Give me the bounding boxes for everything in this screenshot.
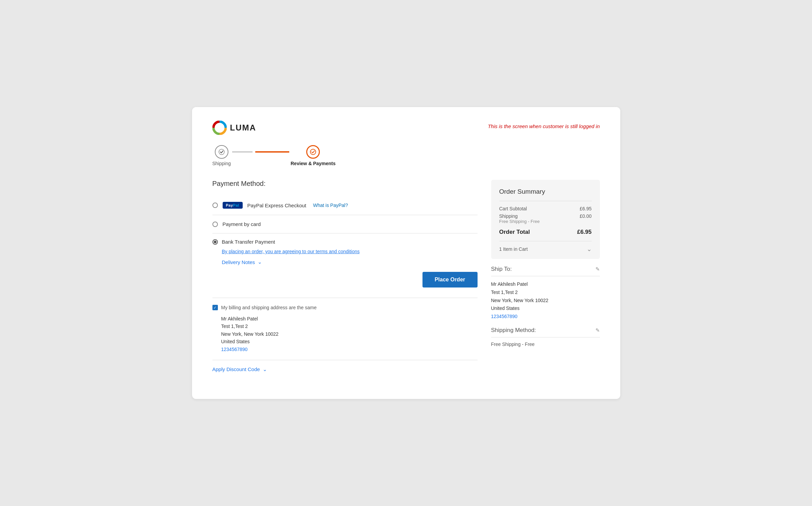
progress-line-right	[255, 151, 289, 153]
ship-to-name: Mr Akhilesh Patel	[491, 280, 600, 289]
ship-to-edit-icon[interactable]: ✎	[595, 266, 600, 272]
svg-point-2	[310, 149, 316, 155]
shipping-sub: Free Shipping - Free	[499, 219, 540, 224]
paypal-logo: PayPal	[223, 202, 243, 209]
cart-subtotal-label: Cart Subtotal	[499, 206, 527, 211]
cart-items-row[interactable]: 1 Item in Cart ⌄	[499, 241, 592, 253]
shipping-method-divider	[491, 337, 600, 337]
svg-point-1	[219, 149, 224, 155]
ship-to-title: Ship To:	[491, 266, 512, 273]
shipping-row: Shipping Free Shipping - Free £0.00	[499, 213, 592, 224]
terms-link[interactable]: By placing an order, you are agreeing to…	[222, 249, 478, 254]
delivery-notes-chevron: ⌄	[258, 259, 262, 265]
place-order-button[interactable]: Place Order	[422, 272, 478, 287]
radio-bank[interactable]	[212, 239, 218, 245]
billing-address-block: Mr Akhilesh Patel Test 1,Test 2 New York…	[221, 315, 478, 353]
shipping-method-section: Shipping Method: ✎ Free Shipping - Free	[491, 321, 600, 347]
cart-subtotal-value: £6.95	[580, 206, 591, 211]
ship-to-header: Ship To: ✎	[491, 266, 600, 273]
discount-chevron: ⌄	[263, 366, 267, 372]
step-review-circle	[306, 145, 320, 159]
ship-to-section: Ship To: ✎ Mr Akhilesh Patel Test 1,Test…	[491, 259, 600, 321]
shipping-method-title: Shipping Method:	[491, 327, 536, 334]
summary-divider-1	[499, 201, 592, 201]
discount-toggle[interactable]: Apply Discount Code ⌄	[212, 366, 478, 372]
place-order-row: Place Order	[212, 272, 478, 287]
check-icon	[219, 149, 225, 155]
order-total-row: Order Total £6.95	[499, 229, 592, 235]
luma-logo-icon	[212, 121, 227, 135]
billing-name: Mr Akhilesh Patel	[221, 315, 478, 322]
card-label: Payment by card	[223, 221, 261, 227]
ship-to-address: Mr Akhilesh Patel Test 1,Test 2 New York…	[491, 280, 600, 321]
billing-phone: 1234567890	[221, 346, 478, 353]
right-panel: Order Summary Cart Subtotal £6.95 Shippi…	[491, 180, 600, 347]
bank-label: Bank Transfer Payment	[222, 239, 275, 245]
logo-text: LUMA	[230, 123, 256, 133]
payment-option-paypal[interactable]: PayPal PayPal Express Checkout What is P…	[212, 196, 478, 215]
shipping-value: £0.00	[580, 213, 591, 224]
step-review: Review & Payments	[291, 145, 335, 166]
what-is-paypal-link[interactable]: What is PayPal?	[313, 203, 348, 208]
shipping-method-header: Shipping Method: ✎	[491, 327, 600, 334]
same-address-checkbox[interactable]	[212, 305, 218, 310]
billing-country: United States	[221, 338, 478, 345]
billing-address1: Test 1,Test 2	[221, 322, 478, 330]
shipping-method-value: Free Shipping - Free	[491, 342, 600, 347]
payment-method-title: Payment Method:	[212, 180, 478, 188]
billing-section: My billing and shipping address are the …	[212, 298, 478, 360]
page-container: LUMA This is the screen when customer is…	[192, 107, 620, 399]
order-summary-title: Order Summary	[499, 188, 592, 195]
discount-label: Apply Discount Code	[212, 366, 260, 372]
order-total-label: Order Total	[499, 229, 530, 235]
payment-option-card[interactable]: Payment by card	[212, 215, 478, 233]
delivery-notes-toggle[interactable]: Delivery Notes ⌄	[222, 259, 478, 265]
left-panel: Payment Method: PayPal PayPal Express Ch…	[212, 180, 478, 379]
ship-to-address1: Test 1,Test 2	[491, 289, 600, 297]
shipping-label-col: Shipping Free Shipping - Free	[499, 213, 540, 224]
items-in-cart-text: 1 Item in Cart	[499, 246, 528, 252]
logged-in-notice: This is the screen when customer is stil…	[488, 123, 600, 129]
cart-items-chevron: ⌄	[587, 245, 592, 253]
paypal-label: PayPal Express Checkout	[247, 203, 306, 208]
order-summary-box: Order Summary Cart Subtotal £6.95 Shippi…	[491, 180, 600, 259]
progress-line-left	[232, 151, 253, 153]
check-active-icon	[310, 149, 316, 155]
step-review-label: Review & Payments	[291, 161, 335, 166]
discount-section: Apply Discount Code ⌄	[212, 360, 478, 379]
radio-card[interactable]	[212, 222, 218, 227]
step-shipping-label: Shipping	[212, 161, 231, 166]
same-address-label: My billing and shipping address are the …	[221, 305, 317, 310]
order-total-value: £6.95	[577, 229, 592, 235]
billing-city-state: New York, New York 10022	[221, 330, 478, 338]
logo: LUMA	[212, 121, 256, 135]
radio-paypal[interactable]	[212, 203, 218, 208]
ship-to-city: New York, New York 10022	[491, 297, 600, 305]
cart-subtotal-row: Cart Subtotal £6.95	[499, 206, 592, 211]
delivery-notes-label: Delivery Notes	[222, 259, 255, 265]
shipping-method-edit-icon[interactable]: ✎	[595, 327, 600, 333]
ship-to-country: United States	[491, 304, 600, 313]
step-shipping: Shipping	[212, 145, 231, 166]
same-address-row: My billing and shipping address are the …	[212, 305, 478, 310]
progress-bar: Shipping Review & Payments	[212, 145, 600, 166]
main-layout: Payment Method: PayPal PayPal Express Ch…	[212, 180, 600, 379]
ship-to-phone: 1234567890	[491, 313, 600, 321]
ship-to-divider	[491, 276, 600, 276]
payment-option-bank: Bank Transfer Payment By placing an orde…	[212, 233, 478, 298]
step-shipping-circle	[215, 145, 228, 159]
